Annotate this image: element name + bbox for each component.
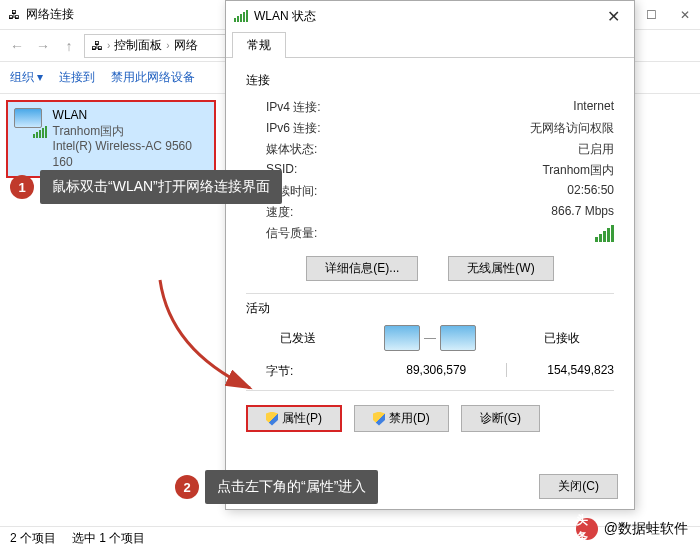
connection-adapter: Intel(R) Wireless-AC 9560 160 (53, 139, 208, 170)
organize-menu[interactable]: 组织 ▾ (10, 69, 43, 86)
chevron-right-icon: › (107, 40, 110, 51)
wifi-icon (234, 10, 248, 22)
properties-button[interactable]: 属性(P) (246, 405, 342, 432)
close-button[interactable]: ✕ (678, 8, 692, 22)
ipv6-label: IPv6 连接: (266, 120, 321, 137)
ipv6-value: 无网络访问权限 (530, 120, 614, 137)
forward-button[interactable]: → (32, 35, 54, 57)
activity-section-label: 活动 (246, 300, 614, 317)
ipv4-label: IPv4 连接: (266, 99, 321, 116)
connection-ssid: Tranhom国内 (53, 124, 208, 140)
chevron-right-icon: › (166, 40, 169, 51)
annotation-text-1: 鼠标双击“WLAN”打开网络连接界面 (40, 170, 282, 204)
activity-icon: — (384, 325, 476, 351)
annotation-badge-1: 1 (10, 175, 34, 199)
ipv4-value: Internet (573, 99, 614, 116)
item-count: 2 个项目 (10, 530, 56, 547)
wlan-icon (14, 108, 45, 136)
explorer-title: 网络连接 (26, 6, 74, 23)
folder-icon: 🖧 (91, 39, 103, 53)
annotation-badge-2: 2 (175, 475, 199, 499)
shield-icon (266, 412, 278, 426)
bytes-received-value: 154,549,823 (547, 363, 614, 380)
speed-label: 速度: (266, 204, 293, 221)
watermark-icon: 头条 (576, 518, 598, 540)
tab-general[interactable]: 常规 (232, 32, 286, 58)
breadcrumb[interactable]: 🖧 › 控制面板 › 网络 (84, 34, 244, 58)
sent-label: 已发送 (280, 330, 316, 347)
up-button[interactable]: ↑ (58, 35, 80, 57)
connect-to-button[interactable]: 连接到 (59, 69, 95, 86)
connection-section-label: 连接 (246, 72, 614, 89)
dialog-tabs: 常规 (226, 31, 634, 58)
maximize-button[interactable]: ☐ (644, 8, 658, 22)
duration-value: 02:56:50 (567, 183, 614, 200)
path-network[interactable]: 网络 (174, 37, 198, 54)
media-state-value: 已启用 (578, 141, 614, 158)
dialog-titlebar: WLAN 状态 ✕ (226, 1, 634, 31)
bytes-label: 字节: (266, 363, 293, 380)
connection-name: WLAN (53, 108, 208, 124)
network-icon: 🖧 (8, 8, 20, 22)
details-button[interactable]: 详细信息(E)... (306, 256, 418, 281)
wlan-connection-item[interactable]: WLAN Tranhom国内 Intel(R) Wireless-AC 9560… (6, 100, 216, 178)
signal-quality-bars (595, 225, 614, 242)
received-label: 已接收 (544, 330, 580, 347)
media-state-label: 媒体状态: (266, 141, 317, 158)
speed-value: 866.7 Mbps (551, 204, 614, 221)
watermark-text: @数据蛙软件 (604, 520, 688, 538)
wlan-status-dialog: WLAN 状态 ✕ 常规 连接 IPv4 连接:Internet IPv6 连接… (225, 0, 635, 510)
shield-icon (373, 412, 385, 426)
selected-count: 选中 1 个项目 (72, 530, 145, 547)
disable-device-button[interactable]: 禁用此网络设备 (111, 69, 195, 86)
path-control-panel[interactable]: 控制面板 (114, 37, 162, 54)
signal-bars-icon (33, 126, 47, 138)
ssid-value: Tranhom国内 (542, 162, 614, 179)
close-dialog-button[interactable]: 关闭(C) (539, 474, 618, 499)
bytes-sent-value: 89,306,579 (406, 363, 466, 380)
diagnose-button[interactable]: 诊断(G) (461, 405, 540, 432)
dialog-close-button[interactable]: ✕ (601, 7, 626, 26)
dialog-title: WLAN 状态 (254, 8, 316, 25)
back-button[interactable]: ← (6, 35, 28, 57)
wireless-properties-button[interactable]: 无线属性(W) (448, 256, 553, 281)
watermark: 头条 @数据蛙软件 (576, 518, 688, 540)
annotation-text-2: 点击左下角的“属性”进入 (205, 470, 378, 504)
signal-quality-label: 信号质量: (266, 225, 317, 242)
disable-button[interactable]: 禁用(D) (354, 405, 449, 432)
